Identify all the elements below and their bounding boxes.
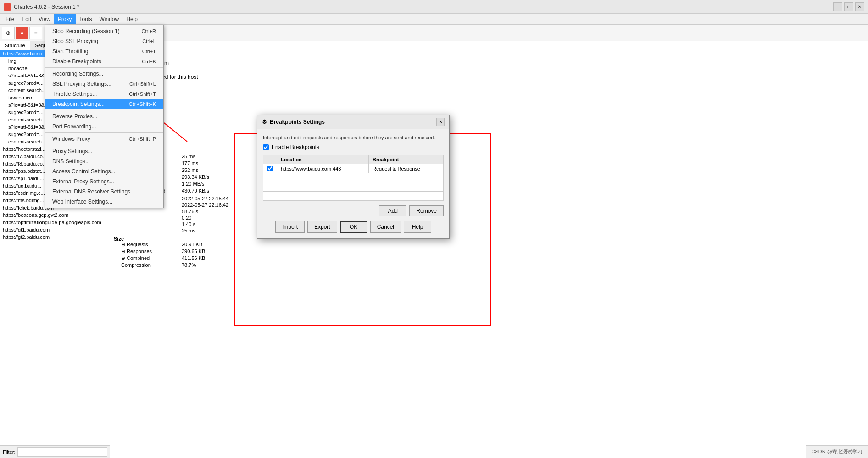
stat-avg-latency: 1.40 s: [114, 221, 864, 227]
menu-item-bp-settings-label: Breakpoint Settings...: [52, 101, 105, 107]
menu-item-win-proxy-shortcut: Ctrl+Shift+P: [129, 136, 156, 142]
toolbar-btn-2[interactable]: ●: [16, 27, 28, 39]
menu-item-proxy-settings-label: Proxy Settings...: [52, 148, 92, 155]
status-bar: CSDN @寄北测试学习: [806, 445, 868, 458]
menu-tools[interactable]: Tools: [76, 14, 96, 24]
menu-item-rec-settings-label: Recording Settings...: [52, 71, 103, 77]
stat-avg-lat-value: 1.40 s: [182, 221, 195, 227]
breakpoints-table: Location Breakpoint https://www.baidu.co…: [263, 155, 444, 201]
dialog-title-text: Breakpoints Settings: [270, 119, 325, 125]
menu-item-disable-bp-shortcut: Ctrl+K: [142, 59, 156, 64]
stat-start: ⊕ Connect 25 ms: [114, 154, 864, 160]
chart-row-4: 12: [114, 88, 864, 94]
stat-duration-label: [114, 209, 178, 214]
menu-item-throttle-settings[interactable]: Throttle Settings... Ctrl+Shift+T: [45, 89, 163, 99]
menu-item-windows-proxy[interactable]: Windows Proxy Ctrl+Shift+P: [45, 134, 163, 144]
menu-edit[interactable]: Edit: [18, 14, 35, 24]
maximize-button[interactable]: □: [844, 2, 853, 11]
menu-item-ssl-settings-shortcut: Ctrl+Shift+L: [129, 81, 156, 87]
menu-item-access-control[interactable]: Access Control Settings...: [45, 166, 163, 177]
menu-item-disable-bp-label: Disable Breakpoints: [52, 58, 101, 65]
separator-4: [45, 145, 163, 145]
size-req-value: 20.91 KB: [182, 242, 202, 248]
toolbar-btn-3[interactable]: ≡: [29, 27, 42, 39]
size-combined: ⊕ Combined 411.56 KB: [114, 255, 864, 261]
menu-proxy[interactable]: Proxy: [54, 14, 76, 24]
size-comp-label: Compression: [114, 262, 178, 268]
stat-start-value: 25 ms: [182, 154, 195, 160]
menu-file[interactable]: File: [2, 14, 18, 24]
import-button[interactable]: Import: [275, 221, 305, 233]
dialog-body: Intercept and edit requests and response…: [257, 129, 449, 238]
menu-view[interactable]: View: [35, 14, 54, 24]
menu-item-start-throttling[interactable]: Start Throttling Ctrl+T: [45, 46, 163, 56]
stat-speed-value: 293.34 KB/s: [182, 174, 209, 180]
cancel-button[interactable]: Cancel: [370, 221, 401, 233]
stat-avg-value: 0.20: [182, 215, 191, 221]
size-comb-value: 411.56 KB: [182, 255, 205, 261]
title-controls: — □ ✕: [833, 2, 864, 11]
table-row[interactable]: https://www.baidu.com:443 Request & Resp…: [263, 164, 444, 173]
table-body: https://www.baidu.com:443 Request & Resp…: [263, 164, 444, 201]
row-checkbox[interactable]: [267, 166, 273, 171]
dialog-title: ⚙ Breakpoints Settings: [262, 119, 325, 125]
menu-item-web-label: Web Interface Settings...: [52, 199, 112, 205]
menu-item-external-dns[interactable]: External DNS Resolver Settings...: [45, 187, 163, 197]
menu-item-port-forwarding[interactable]: Port Forwarding...: [45, 121, 163, 132]
menu-window[interactable]: Window: [96, 14, 123, 24]
export-button[interactable]: Export: [307, 221, 337, 233]
close-button[interactable]: ✕: [855, 2, 864, 11]
enable-breakpoints-label: Enable Breakpoints: [272, 144, 319, 150]
menu-item-dns-settings[interactable]: DNS Settings...: [45, 156, 163, 166]
table-empty-row-3: [263, 192, 444, 201]
add-button[interactable]: Add: [379, 205, 406, 216]
menu-help[interactable]: Help: [122, 14, 141, 24]
app-title: Charles 4.6.2 - Session 1 *: [14, 4, 79, 10]
stat-avg-label: [114, 215, 178, 221]
enable-breakpoints-checkbox[interactable]: [263, 144, 269, 150]
size-comp-value: 78.7%: [182, 262, 196, 268]
ok-button[interactable]: OK: [340, 221, 367, 233]
dialog-enable-row: Enable Breakpoints: [263, 144, 444, 150]
table-cell-breakpoint: Request & Response: [369, 164, 444, 173]
table-empty-row-2: [263, 182, 444, 192]
tab-structure[interactable]: Structure: [0, 41, 30, 50]
proxy-dropdown-menu: Stop Recording (Session 1) Ctrl+R Stop S…: [45, 25, 164, 208]
chart-value-header: Value: [114, 53, 864, 60]
chart-row-5: 12: [114, 94, 864, 101]
stat-duration-value: 58.76 s: [182, 209, 198, 214]
sidebar-item-22[interactable]: https://beacons.gcp.gvt2.com: [0, 211, 110, 219]
content-area: Chart Value https://www.baidu.com / SSL …: [110, 41, 868, 458]
menu-item-ssl-settings[interactable]: SSL Proxying Settings... Ctrl+Shift+L: [45, 79, 163, 89]
stat-start-time: 2022-05-27 22:15:44: [114, 196, 864, 201]
status-text: CSDN @寄北测试学习: [812, 448, 862, 455]
menu-item-access-label: Access Control Settings...: [52, 168, 115, 175]
separator-3: [45, 132, 163, 133]
menu-item-reverse-proxies[interactable]: Reverse Proxies...: [45, 111, 163, 121]
menu-item-stop-ssl[interactable]: Stop SSL Proxying Ctrl+L: [45, 36, 163, 46]
row-checkbox-container: [267, 166, 273, 171]
menu-item-web-interface[interactable]: Web Interface Settings...: [45, 197, 163, 207]
menu-item-throttling-shortcut: Ctrl+T: [142, 49, 156, 54]
menu-item-external-proxy[interactable]: External Proxy Settings...: [45, 177, 163, 187]
table-header-check: [263, 155, 277, 164]
menu-item-breakpoint-settings[interactable]: Breakpoint Settings... Ctrl+Shift+K: [45, 99, 163, 109]
menu-item-recording-settings[interactable]: Recording Settings...: [45, 69, 163, 79]
stat-avg-con-label: [114, 228, 178, 233]
minimize-button[interactable]: —: [833, 2, 842, 11]
sidebar-item-25[interactable]: https://gt2.baidu.com: [0, 233, 110, 241]
sidebar-item-23[interactable]: https://optimizationguide-pa.googleapis.…: [0, 219, 110, 226]
sidebar-item-24[interactable]: https://gt1.baidu.com: [0, 226, 110, 233]
title-bar-left: Charles 4.6.2 - Session 1 *: [4, 3, 79, 11]
help-button[interactable]: Help: [404, 221, 431, 233]
menu-item-disable-breakpoints[interactable]: Disable Breakpoints Ctrl+K: [45, 56, 163, 66]
menu-item-dns-label: DNS Settings...: [52, 158, 90, 165]
dialog-close-button[interactable]: ✕: [436, 118, 445, 126]
toolbar-btn-1[interactable]: ⊕: [2, 27, 15, 39]
menu-item-ext-proxy-label: External Proxy Settings...: [52, 178, 114, 185]
stat-latency-value: 252 ms: [182, 167, 198, 173]
filter-input[interactable]: [17, 447, 108, 457]
menu-item-stop-recording[interactable]: Stop Recording (Session 1) Ctrl+R: [45, 26, 163, 36]
menu-item-proxy-settings[interactable]: Proxy Settings...: [45, 146, 163, 156]
remove-button[interactable]: Remove: [409, 205, 444, 216]
